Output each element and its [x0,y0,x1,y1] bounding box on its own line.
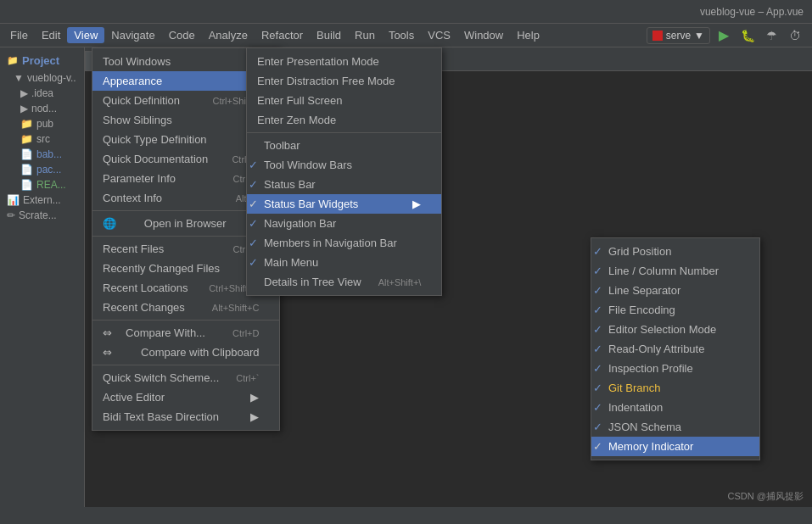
memory-indicator-check: ✓ [593,440,602,453]
view-menu-compare-with[interactable]: ⇔ Compare With... Ctrl+D [92,323,279,343]
sidebar-item-pac1[interactable]: 📄 pac... [0,162,84,177]
presentation-label: Enter Presentation Mode [257,55,379,68]
view-menu-quick-switch[interactable]: Quick Switch Scheme... Ctrl+` [92,368,279,387]
readonly-check: ✓ [593,343,602,355]
widget-indentation[interactable]: ✓ Indentation [591,398,759,417]
widget-line-column[interactable]: ✓ Line / Column Number [591,261,759,281]
memory-indicator-label: Memory Indicator [608,440,693,453]
line-separator-check: ✓ [593,284,602,297]
sidebar-item-src[interactable]: 📁 src [0,131,84,147]
widget-grid-position[interactable]: ✓ Grid Position [591,242,759,261]
widgets-dropdown: ✓ Grid Position ✓ Line / Column Number ✓… [591,237,760,460]
appearance-members-nav[interactable]: ✓ Members in Navigation Bar [247,233,441,253]
widget-readonly[interactable]: ✓ Read-Only Attribute [591,339,759,359]
profile-button[interactable]: ⏱ [785,25,805,46]
title-bar: vueblog-vue – App.vue [0,0,812,24]
view-menu-bidi[interactable]: Bidi Text Base Direction ▶ [92,407,279,426]
sidebar-item-node[interactable]: ▶ nod... [0,101,84,116]
compare-with-icon: ⇔ [103,326,112,339]
json-schema-check: ✓ [593,421,602,433]
appearance-fullscreen[interactable]: Enter Full Screen [247,91,441,110]
menu-window[interactable]: Window [457,27,510,43]
sidebar-node-label: nod... [31,103,57,114]
view-menu-active-editor[interactable]: Active Editor ▶ [92,387,279,407]
status-bar [0,507,812,524]
menu-code[interactable]: Code [162,27,202,43]
appearance-distraction[interactable]: Enter Distraction Free Mode [247,71,441,91]
sidebar-src-label: src [36,133,50,145]
tool-windows-label: Tool Windows [103,55,171,68]
run-config-label: serve [666,30,691,42]
appearance-details-tree[interactable]: Details in Tree View Alt+Shift+\ [247,272,441,292]
folder-icon-node: ▶ [20,103,28,114]
run-button[interactable]: ▶ [714,25,734,46]
menu-refactor[interactable]: Refactor [255,27,310,43]
sidebar-item-pub[interactable]: 📁 pub [0,116,84,131]
menu-edit[interactable]: Edit [35,27,67,43]
widget-line-separator[interactable]: ✓ Line Separator [591,281,759,300]
compare-with-shortcut: Ctrl+D [232,328,259,338]
json-schema-label: JSON Schema [608,421,681,433]
sidebar-pac1-label: pac... [36,164,61,176]
sidebar-idea-label: .idea [31,87,53,99]
sidebar-project-name: vueblog-v.. [27,72,76,84]
coverage-button[interactable]: ☂ [761,25,781,46]
widget-git-branch[interactable]: ✓ Git Branch [591,378,759,398]
appearance-zen[interactable]: Enter Zen Mode [247,110,441,130]
appearance-status-bar-widgets[interactable]: ✓ Status Bar Widgets ▶ [247,194,441,214]
sidebar-pub-label: pub [36,118,53,130]
folder-icon-src: 📁 [20,133,33,145]
appearance-nav-bar[interactable]: ✓ Navigation Bar [247,214,441,233]
compare-clipboard-icon: ⇔ [103,346,112,359]
appearance-label: Appearance [103,75,162,87]
expand-icon: ▼ [14,72,24,84]
appearance-toolbar[interactable]: Toolbar [247,136,441,155]
view-menu-compare-clipboard[interactable]: ⇔ Compare with Clipboard [92,343,279,362]
menu-navigate[interactable]: Navigate [104,27,161,43]
sidebar-item-vueblog[interactable]: ▼ vueblog-v.. [0,70,84,86]
appearance-sep1 [247,132,441,133]
active-editor-label: Active Editor [103,391,165,404]
recently-changed-label: Recently Changed Files [103,262,220,275]
debug-button[interactable]: 🐛 [737,25,758,46]
widget-json-schema[interactable]: ✓ JSON Schema [591,417,759,437]
nav-bar-label: Navigation Bar [264,217,336,230]
run-config[interactable]: serve ▼ [647,27,710,44]
menu-help[interactable]: Help [510,27,546,43]
widget-editor-selection[interactable]: ✓ Editor Selection Mode [591,320,759,339]
appearance-status-bar[interactable]: ✓ Status Bar [247,175,441,194]
inspection-profile-label: Inspection Profile [608,362,693,375]
quick-docs-label: Quick Documentation [103,153,208,165]
sidebar-item-bab[interactable]: 📄 bab... [0,147,84,162]
active-editor-arrow: ▶ [250,391,259,404]
toolbar-label: Toolbar [264,139,300,152]
menu-vcs[interactable]: VCS [421,27,457,43]
menu-view[interactable]: View [67,27,104,43]
widgets-arrow: ▶ [412,198,421,210]
view-menu-recent-changes[interactable]: Recent Changes Alt+Shift+C [92,298,279,317]
appearance-presentation[interactable]: Enter Presentation Mode [247,52,441,71]
menu-build[interactable]: Build [310,27,348,43]
distraction-label: Enter Distraction Free Mode [257,75,395,87]
menu-file[interactable]: File [3,27,35,43]
widget-file-encoding[interactable]: ✓ File Encoding [591,300,759,320]
bidi-label: Bidi Text Base Direction [103,410,219,423]
widget-inspection-profile[interactable]: ✓ Inspection Profile [591,359,759,378]
appearance-main-menu[interactable]: ✓ Main Menu [247,253,441,272]
separator3 [92,320,279,321]
quick-type-label: Quick Type Definition [103,133,207,146]
sidebar-item-idea[interactable]: ▶ .idea [0,86,84,101]
menu-tools[interactable]: Tools [382,27,421,43]
appearance-tool-window-bars[interactable]: ✓ Tool Window Bars [247,155,441,175]
menu-analyze[interactable]: Analyze [202,27,255,43]
sidebar-item-rea[interactable]: 📄 REA... [0,177,84,192]
grid-position-label: Grid Position [608,245,671,258]
widget-memory-indicator[interactable]: ✓ Memory Indicator [591,437,759,456]
menu-run[interactable]: Run [348,27,382,43]
line-column-label: Line / Column Number [608,265,719,277]
sidebar-item-scratch[interactable]: ✏ Scrate... [0,208,84,223]
sidebar-item-extern[interactable]: 📊 Extern... [0,192,84,208]
sidebar-extern-label: Extern... [23,194,61,206]
sidebar: 📁 Project ▼ vueblog-v.. ▶ .idea ▶ nod...… [0,47,85,524]
project-icon: 📁 [7,55,19,66]
